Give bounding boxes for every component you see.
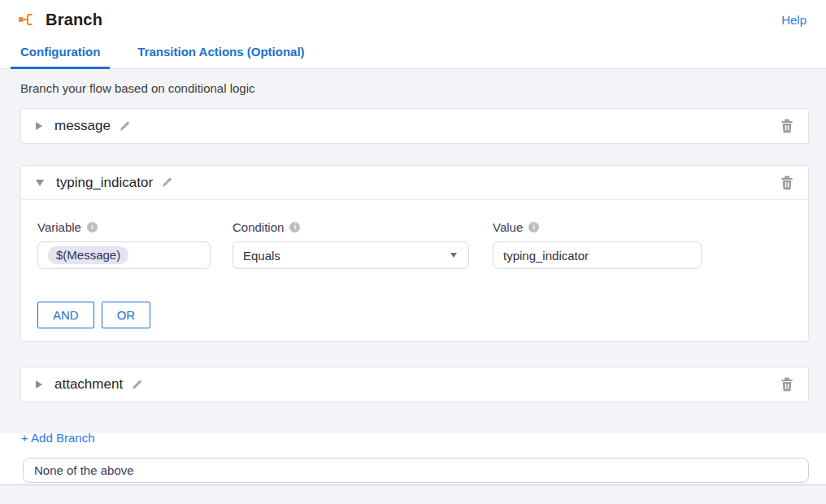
edit-pencil-icon[interactable] xyxy=(118,119,132,133)
info-icon[interactable] xyxy=(87,222,98,232)
tab-transition-actions[interactable]: Transition Actions (Optional) xyxy=(128,45,314,68)
edit-pencil-icon[interactable] xyxy=(160,176,174,189)
variable-input[interactable]: $(Message) xyxy=(37,241,211,269)
condition-field-group: Condition Equals xyxy=(233,220,469,269)
info-icon[interactable] xyxy=(289,222,300,232)
bottom-strip xyxy=(0,484,826,504)
delete-branch-trash-icon[interactable] xyxy=(779,118,795,134)
branch-name: message xyxy=(54,118,111,134)
dropdown-caret-icon xyxy=(450,253,457,258)
condition-selected-value: Equals xyxy=(243,249,280,263)
chevron-right-icon[interactable] xyxy=(36,122,42,130)
condition-form: Variable $(Message) Condition Equals xyxy=(21,200,808,341)
default-branch-input[interactable]: None of the above xyxy=(23,458,809,483)
logic-operator-row: AND OR xyxy=(37,302,792,328)
default-branch-footer: None of the above xyxy=(0,433,826,484)
add-branch-link[interactable]: + Add Branch xyxy=(21,431,94,445)
value-label: Value xyxy=(493,220,702,234)
condition-select[interactable]: Equals xyxy=(233,241,469,269)
or-button[interactable]: OR xyxy=(102,302,151,328)
variable-label-text: Variable xyxy=(37,220,81,234)
branch-content: Branch your flow based on conditional lo… xyxy=(0,69,826,433)
chevron-down-icon[interactable] xyxy=(36,180,44,186)
variable-token-chip[interactable]: $(Message) xyxy=(48,246,128,265)
info-icon[interactable] xyxy=(528,222,539,232)
value-label-text: Value xyxy=(493,220,523,234)
value-input[interactable]: typing_indicator xyxy=(493,241,702,269)
branch-card-message: message xyxy=(20,108,809,144)
description-text: Branch your flow based on conditional lo… xyxy=(20,81,809,95)
branch-card-header[interactable]: message xyxy=(21,109,808,143)
condition-label: Condition xyxy=(233,220,469,234)
tab-bar: Configuration Transition Actions (Option… xyxy=(0,39,826,69)
value-input-text: typing_indicator xyxy=(503,249,589,263)
branch-card-attachment: attachment xyxy=(20,367,809,402)
branch-name: typing_indicator xyxy=(56,175,153,191)
node-header: Branch Help xyxy=(0,0,826,39)
edit-pencil-icon[interactable] xyxy=(130,378,144,392)
page-title: Branch xyxy=(46,11,102,29)
branch-card-typing-indicator: typing_indicator Var xyxy=(20,165,809,341)
chevron-right-icon[interactable] xyxy=(36,380,42,389)
branch-card-header[interactable]: typing_indicator xyxy=(21,166,808,200)
and-button[interactable]: AND xyxy=(37,302,94,328)
delete-branch-trash-icon[interactable] xyxy=(779,376,795,393)
variable-label: Variable xyxy=(37,220,211,234)
delete-branch-trash-icon[interactable] xyxy=(779,175,795,191)
variable-field-group: Variable $(Message) xyxy=(37,220,211,269)
condition-label-text: Condition xyxy=(233,220,284,234)
branch-card-header[interactable]: attachment xyxy=(21,367,808,402)
help-link[interactable]: Help xyxy=(781,13,806,27)
branch-node-icon xyxy=(18,11,36,28)
branch-name: attachment xyxy=(54,376,123,393)
tab-configuration[interactable]: Configuration xyxy=(11,45,110,68)
value-field-group: Value typing_indicator xyxy=(493,220,702,269)
